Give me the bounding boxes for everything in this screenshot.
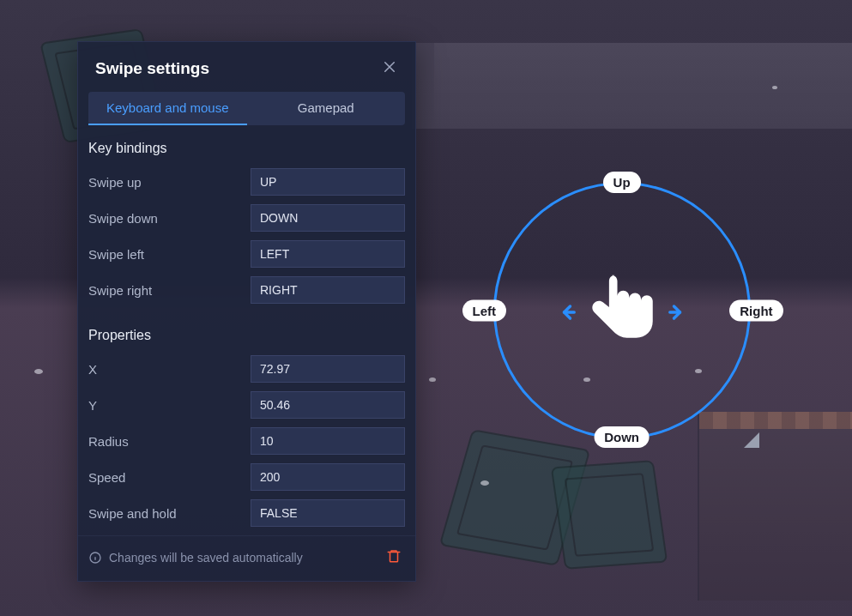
info-icon (88, 551, 102, 565)
field-swipe-down: Swipe down (88, 204, 405, 232)
label-swipe-up: Swipe up (88, 175, 251, 190)
label-swipe-right: Swipe right (88, 283, 251, 298)
dialog-title: Swipe settings (95, 59, 209, 78)
tab-keyboard-and-mouse[interactable]: Keyboard and mouse (88, 92, 247, 125)
resize-handle[interactable] (744, 432, 759, 448)
properties-section: Properties X Y Radius Speed Swipe and ho… (78, 312, 415, 527)
direction-label-right[interactable]: Right (729, 300, 783, 322)
dialog-footer: Changes will be saved automatically (78, 535, 415, 581)
direction-label-left[interactable]: Left (462, 300, 507, 322)
section-title-key-bindings: Key bindings (88, 141, 405, 156)
input-x[interactable] (251, 355, 405, 383)
label-radius: Radius (88, 434, 251, 449)
input-swipe-and-hold[interactable] (251, 499, 405, 527)
arrow-left-icon (555, 300, 579, 324)
footer-note-text: Changes will be saved automatically (109, 551, 303, 565)
direction-label-up[interactable]: Up (603, 172, 641, 193)
snow-speck (34, 369, 43, 374)
tab-gamepad[interactable]: Gamepad (247, 92, 406, 125)
field-swipe-up: Swipe up (88, 168, 405, 196)
swipe-overlay[interactable]: Up Down Left Right (485, 173, 759, 448)
field-speed: Speed (88, 463, 405, 491)
field-swipe-and-hold: Swipe and hold (88, 499, 405, 527)
trash-icon (386, 548, 402, 567)
close-icon (382, 59, 397, 78)
section-title-properties: Properties (88, 328, 405, 343)
input-swipe-left[interactable] (251, 240, 405, 268)
snow-speck (429, 377, 436, 382)
label-speed: Speed (88, 470, 251, 485)
field-swipe-left: Swipe left (88, 240, 405, 268)
field-swipe-right: Swipe right (88, 276, 405, 304)
delete-button[interactable] (386, 548, 402, 567)
swipe-settings-dialog: Swipe settings Keyboard and mouse Gamepa… (77, 41, 416, 582)
input-swipe-down[interactable] (251, 204, 405, 232)
swipe-hand-group[interactable] (555, 268, 689, 357)
label-y: Y (88, 398, 251, 413)
label-swipe-down: Swipe down (88, 211, 251, 226)
snow-speck (480, 480, 489, 486)
input-swipe-right[interactable] (251, 276, 405, 304)
hand-pointer-icon (584, 268, 660, 357)
key-bindings-section: Key bindings Swipe up Swipe down Swipe l… (78, 125, 415, 304)
direction-label-down[interactable]: Down (594, 426, 650, 448)
close-button[interactable] (381, 60, 398, 77)
field-y: Y (88, 391, 405, 419)
dialog-header: Swipe settings (78, 42, 415, 92)
input-speed[interactable] (251, 463, 405, 491)
input-y[interactable] (251, 391, 405, 419)
input-radius[interactable] (251, 427, 405, 455)
label-swipe-left: Swipe left (88, 247, 251, 262)
label-swipe-and-hold: Swipe and hold (88, 506, 251, 521)
arrow-right-icon (665, 300, 689, 324)
game-crate (551, 460, 668, 569)
label-x: X (88, 362, 251, 377)
input-swipe-up[interactable] (251, 168, 405, 196)
tabs: Keyboard and mouse Gamepad (88, 92, 405, 125)
field-x: X (88, 355, 405, 383)
field-radius: Radius (88, 427, 405, 455)
snow-speck (772, 86, 777, 89)
footer-note: Changes will be saved automatically (88, 551, 303, 565)
